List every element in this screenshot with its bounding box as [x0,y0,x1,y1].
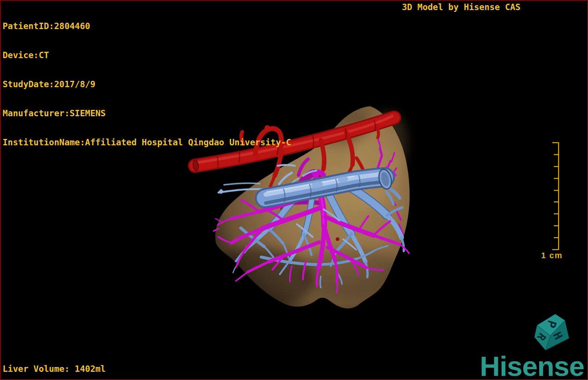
watermark-text: 3D Model by Hisense CAS [402,2,521,12]
model-geometry [224,183,260,185]
study-date: StudyDate:2017/8/9 [3,79,291,89]
scale-bar-label: 1 cm [541,251,563,260]
model-geometry [402,238,404,251]
scale-bar [552,142,559,250]
patient-info-overlay: PatientID:2804460 Device:CT StudyDate:20… [3,2,291,167]
hisense-logo: Hisense [480,352,584,380]
model-geometry [298,248,403,297]
institution-name: InstitutionName:Affiliated Hospital Qing… [3,137,291,147]
orientation-cube[interactable]: P H R [534,314,569,350]
device: Device:CT [3,50,291,60]
liver-volume-readout: Liver Volume: 1402ml [3,364,106,374]
patient-id: PatientID:2804460 [3,21,291,31]
model-geometry [336,237,339,241]
manufacturer: Manufacturer:SIEMENS [3,108,291,118]
model-geometry [202,248,313,311]
model-geometry [320,276,321,288]
3d-viewport[interactable]: P H R PatientID:2804460 Device:CT StudyD… [0,0,588,380]
